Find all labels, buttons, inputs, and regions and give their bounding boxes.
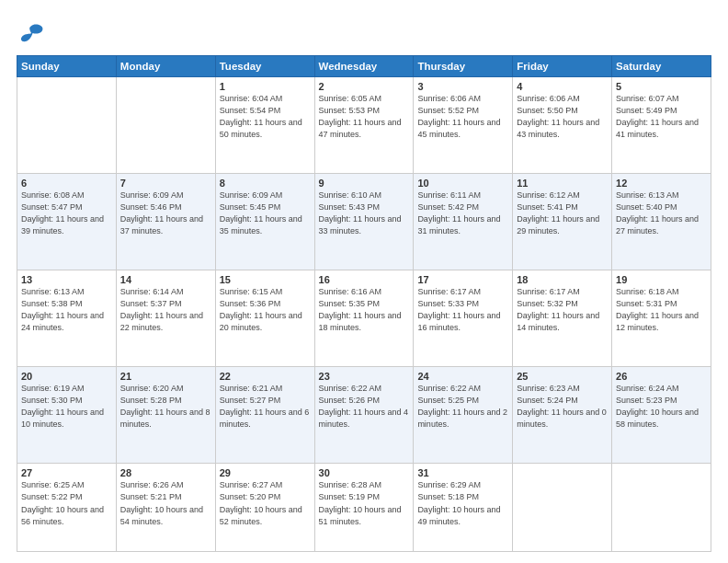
calendar-cell: 24Sunrise: 6:22 AM Sunset: 5:25 PM Dayli… xyxy=(414,367,513,464)
day-info: Sunrise: 6:27 AM Sunset: 5:20 PM Dayligh… xyxy=(220,479,311,527)
calendar-cell: 22Sunrise: 6:21 AM Sunset: 5:27 PM Dayli… xyxy=(215,367,314,464)
calendar-cell: 10Sunrise: 6:11 AM Sunset: 5:42 PM Dayli… xyxy=(414,174,513,270)
day-info: Sunrise: 6:09 AM Sunset: 5:45 PM Dayligh… xyxy=(220,190,311,237)
week-row-5: 27Sunrise: 6:25 AM Sunset: 5:22 PM Dayli… xyxy=(17,464,711,552)
day-info: Sunrise: 6:08 AM Sunset: 5:47 PM Dayligh… xyxy=(21,190,112,237)
day-number: 30 xyxy=(319,467,410,478)
day-info: Sunrise: 6:13 AM Sunset: 5:38 PM Dayligh… xyxy=(21,286,112,334)
day-number: 29 xyxy=(220,467,311,478)
day-info: Sunrise: 6:13 AM Sunset: 5:40 PM Dayligh… xyxy=(616,190,707,237)
day-number: 14 xyxy=(120,274,211,285)
calendar-cell: 19Sunrise: 6:18 AM Sunset: 5:31 PM Dayli… xyxy=(612,270,711,367)
day-info: Sunrise: 6:06 AM Sunset: 5:52 PM Dayligh… xyxy=(417,93,508,141)
day-number: 6 xyxy=(21,178,112,189)
weekday-header-sunday: Sunday xyxy=(17,56,117,77)
day-number: 10 xyxy=(417,178,508,189)
calendar-cell: 5Sunrise: 6:07 AM Sunset: 5:49 PM Daylig… xyxy=(612,77,711,174)
calendar-table: SundayMondayTuesdayWednesdayThursdayFrid… xyxy=(17,55,711,552)
day-info: Sunrise: 6:22 AM Sunset: 5:26 PM Dayligh… xyxy=(319,383,410,431)
day-info: Sunrise: 6:16 AM Sunset: 5:35 PM Dayligh… xyxy=(319,286,410,334)
calendar-cell xyxy=(513,464,612,552)
week-row-1: 1Sunrise: 6:04 AM Sunset: 5:54 PM Daylig… xyxy=(17,77,711,174)
calendar-cell xyxy=(116,77,215,174)
logo-bird-icon xyxy=(18,20,44,46)
calendar-cell: 18Sunrise: 6:17 AM Sunset: 5:32 PM Dayli… xyxy=(513,270,612,367)
day-info: Sunrise: 6:23 AM Sunset: 5:24 PM Dayligh… xyxy=(517,383,608,431)
calendar-cell: 13Sunrise: 6:13 AM Sunset: 5:38 PM Dayli… xyxy=(17,270,117,367)
day-number: 23 xyxy=(319,371,410,382)
calendar-cell: 29Sunrise: 6:27 AM Sunset: 5:20 PM Dayli… xyxy=(215,464,314,552)
calendar-cell: 2Sunrise: 6:05 AM Sunset: 5:53 PM Daylig… xyxy=(314,77,414,174)
day-info: Sunrise: 6:17 AM Sunset: 5:33 PM Dayligh… xyxy=(417,286,508,334)
day-number: 9 xyxy=(319,178,410,189)
calendar-cell: 12Sunrise: 6:13 AM Sunset: 5:40 PM Dayli… xyxy=(612,174,711,270)
calendar-cell xyxy=(17,77,117,174)
day-number: 3 xyxy=(417,81,508,92)
calendar-cell: 6Sunrise: 6:08 AM Sunset: 5:47 PM Daylig… xyxy=(17,174,117,270)
calendar-cell: 1Sunrise: 6:04 AM Sunset: 5:54 PM Daylig… xyxy=(215,77,314,174)
calendar-cell: 28Sunrise: 6:26 AM Sunset: 5:21 PM Dayli… xyxy=(116,464,215,552)
calendar-cell: 26Sunrise: 6:24 AM Sunset: 5:23 PM Dayli… xyxy=(612,367,711,464)
day-number: 7 xyxy=(120,178,211,189)
calendar-cell: 14Sunrise: 6:14 AM Sunset: 5:37 PM Dayli… xyxy=(116,270,215,367)
calendar-cell: 27Sunrise: 6:25 AM Sunset: 5:22 PM Dayli… xyxy=(17,464,117,552)
calendar-cell: 4Sunrise: 6:06 AM Sunset: 5:50 PM Daylig… xyxy=(513,77,612,174)
day-number: 20 xyxy=(21,371,112,382)
day-info: Sunrise: 6:07 AM Sunset: 5:49 PM Dayligh… xyxy=(616,93,707,141)
day-info: Sunrise: 6:25 AM Sunset: 5:22 PM Dayligh… xyxy=(21,479,112,527)
day-number: 21 xyxy=(120,371,211,382)
weekday-header-tuesday: Tuesday xyxy=(215,56,314,77)
calendar-page: SundayMondayTuesdayWednesdayThursdayFrid… xyxy=(0,0,728,563)
calendar-cell: 16Sunrise: 6:16 AM Sunset: 5:35 PM Dayli… xyxy=(314,270,414,367)
day-number: 15 xyxy=(220,274,311,285)
day-number: 18 xyxy=(517,274,608,285)
day-number: 28 xyxy=(120,467,211,478)
calendar-cell: 15Sunrise: 6:15 AM Sunset: 5:36 PM Dayli… xyxy=(215,270,314,367)
week-row-2: 6Sunrise: 6:08 AM Sunset: 5:47 PM Daylig… xyxy=(17,174,711,270)
weekday-header-friday: Friday xyxy=(513,56,612,77)
day-info: Sunrise: 6:15 AM Sunset: 5:36 PM Dayligh… xyxy=(220,286,311,334)
day-info: Sunrise: 6:11 AM Sunset: 5:42 PM Dayligh… xyxy=(417,190,508,237)
day-number: 4 xyxy=(517,81,608,92)
calendar-cell: 3Sunrise: 6:06 AM Sunset: 5:52 PM Daylig… xyxy=(414,77,513,174)
day-info: Sunrise: 6:20 AM Sunset: 5:28 PM Dayligh… xyxy=(120,383,211,431)
calendar-cell: 30Sunrise: 6:28 AM Sunset: 5:19 PM Dayli… xyxy=(314,464,414,552)
day-info: Sunrise: 6:14 AM Sunset: 5:37 PM Dayligh… xyxy=(120,286,211,334)
week-row-4: 20Sunrise: 6:19 AM Sunset: 5:30 PM Dayli… xyxy=(17,367,711,464)
day-number: 19 xyxy=(616,274,707,285)
calendar-cell: 25Sunrise: 6:23 AM Sunset: 5:24 PM Dayli… xyxy=(513,367,612,464)
day-info: Sunrise: 6:29 AM Sunset: 5:18 PM Dayligh… xyxy=(417,479,508,527)
weekday-header-saturday: Saturday xyxy=(612,56,711,77)
calendar-cell: 21Sunrise: 6:20 AM Sunset: 5:28 PM Dayli… xyxy=(116,367,215,464)
day-info: Sunrise: 6:09 AM Sunset: 5:46 PM Dayligh… xyxy=(120,190,211,237)
day-info: Sunrise: 6:24 AM Sunset: 5:23 PM Dayligh… xyxy=(616,383,707,431)
calendar-cell: 31Sunrise: 6:29 AM Sunset: 5:18 PM Dayli… xyxy=(414,464,513,552)
weekday-header-row: SundayMondayTuesdayWednesdayThursdayFrid… xyxy=(17,56,711,77)
day-number: 22 xyxy=(220,371,311,382)
day-number: 5 xyxy=(616,81,707,92)
day-info: Sunrise: 6:04 AM Sunset: 5:54 PM Dayligh… xyxy=(220,93,311,141)
day-info: Sunrise: 6:06 AM Sunset: 5:50 PM Dayligh… xyxy=(517,93,608,141)
calendar-cell: 23Sunrise: 6:22 AM Sunset: 5:26 PM Dayli… xyxy=(314,367,414,464)
day-info: Sunrise: 6:12 AM Sunset: 5:41 PM Dayligh… xyxy=(517,190,608,237)
day-number: 16 xyxy=(319,274,410,285)
day-number: 8 xyxy=(220,178,311,189)
week-row-3: 13Sunrise: 6:13 AM Sunset: 5:38 PM Dayli… xyxy=(17,270,711,367)
calendar-cell: 20Sunrise: 6:19 AM Sunset: 5:30 PM Dayli… xyxy=(17,367,117,464)
day-number: 26 xyxy=(616,371,707,382)
calendar-cell: 17Sunrise: 6:17 AM Sunset: 5:33 PM Dayli… xyxy=(414,270,513,367)
day-number: 13 xyxy=(21,274,112,285)
day-info: Sunrise: 6:21 AM Sunset: 5:27 PM Dayligh… xyxy=(220,383,311,431)
day-number: 2 xyxy=(319,81,410,92)
calendar-cell: 9Sunrise: 6:10 AM Sunset: 5:43 PM Daylig… xyxy=(314,174,414,270)
day-number: 11 xyxy=(517,178,608,189)
day-info: Sunrise: 6:10 AM Sunset: 5:43 PM Dayligh… xyxy=(319,190,410,237)
day-info: Sunrise: 6:26 AM Sunset: 5:21 PM Dayligh… xyxy=(120,479,211,527)
day-number: 25 xyxy=(517,371,608,382)
weekday-header-wednesday: Wednesday xyxy=(314,56,414,77)
day-number: 27 xyxy=(21,467,112,478)
calendar-cell xyxy=(612,464,711,552)
weekday-header-monday: Monday xyxy=(116,56,215,77)
day-info: Sunrise: 6:28 AM Sunset: 5:19 PM Dayligh… xyxy=(319,479,410,527)
day-number: 12 xyxy=(616,178,707,189)
